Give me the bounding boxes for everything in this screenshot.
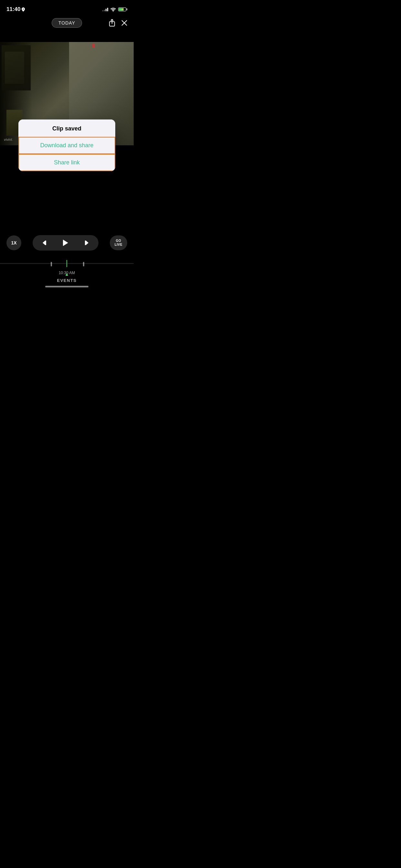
share-link-label: Share link bbox=[54, 159, 80, 166]
timeline-marker bbox=[66, 260, 67, 267]
svg-marker-4 bbox=[42, 241, 45, 245]
speed-button[interactable]: 1X bbox=[6, 236, 21, 250]
svg-marker-7 bbox=[86, 241, 89, 245]
share-button[interactable] bbox=[109, 19, 116, 27]
center-controls bbox=[33, 235, 98, 251]
events-section[interactable]: ▲ EVENTS bbox=[0, 272, 134, 283]
status-bar: 11:40 ⚡ bbox=[0, 0, 134, 14]
play-button[interactable] bbox=[60, 238, 71, 248]
home-indicator bbox=[45, 286, 89, 287]
share-icon bbox=[109, 19, 116, 27]
play-icon bbox=[62, 239, 69, 246]
share-link-button[interactable]: Share link bbox=[19, 154, 115, 171]
close-button[interactable] bbox=[121, 20, 127, 26]
events-label: EVENTS bbox=[57, 278, 76, 283]
next-button[interactable] bbox=[81, 238, 91, 248]
close-icon bbox=[121, 20, 127, 26]
top-right-controls bbox=[109, 19, 127, 27]
wifi-icon bbox=[111, 7, 116, 11]
modal-card: Clip saved Download and share Share link bbox=[19, 120, 115, 171]
status-right: ⚡ bbox=[102, 7, 127, 11]
events-chevron-icon: ▲ bbox=[65, 272, 69, 277]
timeline-thumb-right bbox=[83, 262, 84, 267]
watermark: vivint. bbox=[4, 137, 13, 142]
svg-marker-6 bbox=[63, 240, 68, 246]
top-controls: TODAY bbox=[0, 14, 134, 32]
playback-controls: 1X GOLIVE bbox=[0, 235, 134, 251]
next-icon bbox=[82, 239, 89, 246]
download-share-label: Download and share bbox=[40, 142, 93, 149]
modal-title: Clip saved bbox=[52, 125, 81, 132]
download-and-share-button[interactable]: Download and share bbox=[19, 137, 115, 154]
timeline[interactable] bbox=[0, 259, 134, 268]
svg-point-0 bbox=[113, 11, 113, 11]
go-live-label: GOLIVE bbox=[115, 239, 122, 246]
status-time: 11:40 bbox=[6, 6, 25, 12]
svg-rect-5 bbox=[45, 241, 46, 245]
location-icon bbox=[22, 7, 25, 11]
timeline-thumb-left bbox=[51, 262, 52, 267]
prev-button[interactable] bbox=[40, 238, 51, 248]
signal-icon bbox=[102, 7, 108, 11]
timeline-line bbox=[0, 263, 134, 264]
go-live-button[interactable]: GOLIVE bbox=[110, 236, 127, 250]
svg-rect-8 bbox=[85, 241, 86, 245]
prev-icon bbox=[42, 239, 49, 246]
modal-title-section: Clip saved bbox=[19, 120, 115, 136]
today-pill[interactable]: TODAY bbox=[52, 18, 82, 28]
battery-icon: ⚡ bbox=[118, 7, 127, 11]
